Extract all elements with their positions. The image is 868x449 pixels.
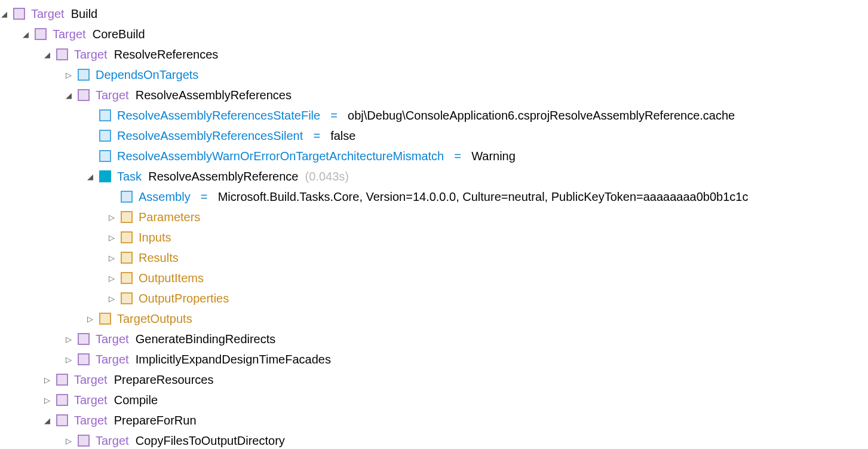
spacer: ▷ — [86, 152, 94, 160]
chevron-right-icon[interactable]: ▷ — [108, 274, 116, 282]
chevron-right-icon[interactable]: ▷ — [65, 335, 73, 343]
property-icon — [99, 130, 111, 142]
target-copyfilestooutputdirectory[interactable]: ▷ Target CopyFilesToOutputDirectory — [65, 430, 868, 449]
node-label: ResolveAssemblyWarnOrErrorOnTargetArchit… — [117, 150, 516, 162]
target-compile[interactable]: ▷ Target Compile — [43, 390, 868, 410]
chevron-down-icon[interactable]: ◢ — [65, 91, 73, 99]
chevron-down-icon[interactable]: ◢ — [22, 30, 30, 38]
folder-targetoutputs[interactable]: ▷ TargetOutputs — [86, 309, 868, 329]
chevron-right-icon[interactable]: ▷ — [86, 315, 94, 323]
node-label: Target ImplicitlyExpandDesignTimeFacades — [96, 353, 331, 365]
prop-warn-arch[interactable]: ▷ ResolveAssemblyWarnOrErrorOnTargetArch… — [86, 146, 868, 166]
chevron-down-icon[interactable]: ◢ — [43, 417, 51, 424]
task-icon — [99, 170, 111, 182]
node-label: Target ResolveAssemblyReferences — [96, 89, 292, 101]
spacer: ▷ — [108, 193, 116, 201]
build-log-tree: ◢ Target Build ◢ Target CoreBuild ◢ Targ… — [0, 4, 868, 449]
folder-icon — [99, 313, 111, 325]
target-implicitlyexpanddesigntimefacades[interactable]: ▷ Target ImplicitlyExpandDesignTimeFacad… — [65, 349, 868, 369]
target-icon — [13, 8, 25, 20]
node-label: Parameters — [139, 211, 200, 223]
target-build[interactable]: ◢ Target Build — [0, 4, 868, 24]
node-label: DependsOnTargets — [96, 69, 198, 81]
target-prepareresources[interactable]: ▷ Target PrepareResources — [43, 369, 868, 390]
chevron-right-icon[interactable]: ▷ — [108, 254, 116, 262]
target-icon — [78, 353, 90, 365]
property-icon — [121, 191, 133, 203]
dependsontargets[interactable]: ▷ DependsOnTargets — [65, 65, 868, 85]
folder-parameters[interactable]: ▷ Parameters — [108, 207, 868, 227]
prop-assembly[interactable]: ▷ Assembly = Microsoft.Build.Tasks.Core,… — [108, 187, 868, 207]
folder-icon — [121, 231, 133, 243]
node-label: Results — [139, 252, 179, 264]
node-label: ResolveAssemblyReferencesSilent = false — [117, 130, 355, 142]
target-prepareforrun[interactable]: ◢ Target PrepareForRun — [43, 410, 868, 430]
chevron-right-icon[interactable]: ▷ — [43, 376, 51, 384]
node-label: Target CopyFilesToOutputDirectory — [96, 435, 285, 447]
task-resolveassemblyreference[interactable]: ◢ Task ResolveAssemblyReference (0.043s) — [86, 166, 868, 187]
target-corebuild[interactable]: ◢ Target CoreBuild — [22, 24, 868, 44]
chevron-down-icon[interactable]: ◢ — [0, 10, 8, 18]
chevron-right-icon[interactable]: ▷ — [65, 437, 73, 445]
target-icon — [56, 48, 68, 60]
folder-icon — [121, 211, 133, 223]
chevron-right-icon[interactable]: ▷ — [108, 234, 116, 242]
target-icon — [78, 89, 90, 101]
folder-inputs[interactable]: ▷ Inputs — [108, 227, 868, 248]
property-icon — [99, 109, 111, 121]
node-label: Target GenerateBindingRedirects — [96, 333, 275, 345]
target-icon — [56, 394, 68, 406]
target-icon — [78, 333, 90, 345]
node-label: OutputItems — [139, 272, 204, 284]
node-label: Inputs — [139, 231, 171, 243]
folder-results[interactable]: ▷ Results — [108, 248, 868, 268]
spacer: ▷ — [86, 132, 94, 140]
chevron-right-icon[interactable]: ▷ — [43, 396, 51, 404]
node-label: Assembly = Microsoft.Build.Tasks.Core, V… — [139, 191, 748, 203]
node-label: Target Build — [31, 8, 97, 20]
node-label: OutputProperties — [139, 292, 229, 304]
chevron-right-icon[interactable]: ▷ — [108, 213, 116, 221]
prop-silent[interactable]: ▷ ResolveAssemblyReferencesSilent = fals… — [86, 126, 868, 146]
node-label: ResolveAssemblyReferencesStateFile = obj… — [117, 109, 735, 121]
spacer: ▷ — [86, 112, 94, 120]
node-label: Target CoreBuild — [53, 28, 145, 40]
node-label: Task ResolveAssemblyReference (0.043s) — [117, 170, 349, 182]
target-resolvereferences[interactable]: ◢ Target ResolveReferences — [43, 44, 868, 65]
node-label: Target PrepareResources — [74, 374, 213, 386]
target-resolveassemblyreferences[interactable]: ◢ Target ResolveAssemblyReferences — [65, 85, 868, 105]
chevron-right-icon[interactable]: ▷ — [65, 71, 73, 79]
folder-icon — [121, 292, 133, 304]
target-icon — [35, 28, 47, 40]
folder-icon — [121, 272, 133, 284]
folder-icon — [121, 252, 133, 264]
chevron-down-icon[interactable]: ◢ — [86, 173, 94, 181]
target-icon — [56, 414, 68, 426]
node-label: Target PrepareForRun — [74, 414, 197, 426]
folder-outputitems[interactable]: ▷ OutputItems — [108, 268, 868, 288]
chevron-right-icon[interactable]: ▷ — [65, 356, 73, 364]
chevron-down-icon[interactable]: ◢ — [43, 51, 51, 59]
target-icon — [56, 374, 68, 386]
folder-outputproperties[interactable]: ▷ OutputProperties — [108, 288, 868, 309]
node-label: Target ResolveReferences — [74, 48, 218, 60]
target-icon — [78, 435, 90, 447]
node-label: TargetOutputs — [117, 313, 192, 325]
property-icon — [78, 69, 90, 81]
chevron-right-icon[interactable]: ▷ — [108, 295, 116, 303]
prop-statefile[interactable]: ▷ ResolveAssemblyReferencesStateFile = o… — [86, 105, 868, 126]
node-label: Target Compile — [74, 394, 158, 406]
target-generatebindingredirects[interactable]: ▷ Target GenerateBindingRedirects — [65, 329, 868, 349]
property-icon — [99, 150, 111, 162]
